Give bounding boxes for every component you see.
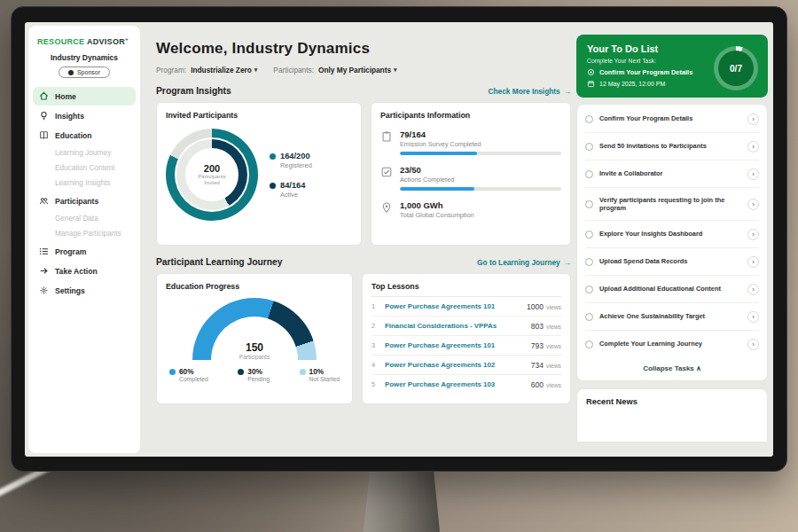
sidebar-item-learning-journey[interactable]: Learning Journey	[28, 145, 140, 160]
task-row[interactable]: Complete Your Learning Journey ›	[585, 331, 759, 357]
task-row[interactable]: Upload Spend Data Records ›	[585, 248, 759, 276]
collapse-tasks-link[interactable]: Collapse Tasks ∧	[585, 357, 759, 379]
info-row-actions: 23/50 Actions Completed	[380, 165, 561, 191]
sidebar-item-label: Insights	[55, 112, 84, 121]
chevron-down-icon: ▾	[394, 66, 397, 74]
participants-dropdown-value: Only My Participants	[318, 66, 391, 74]
chevron-right-icon[interactable]: ›	[747, 339, 759, 350]
task-checkbox[interactable]	[585, 286, 593, 293]
gauge-value: 150	[192, 341, 317, 354]
task-row[interactable]: Verify participants requesting to join t…	[585, 188, 759, 221]
sidebar-item-general-data[interactable]: General Data	[28, 211, 140, 226]
sidebar-item-education-content[interactable]: Education Content	[28, 160, 140, 176]
sidebar-item-settings[interactable]: Settings	[33, 281, 136, 300]
chevron-right-icon[interactable]: ›	[747, 284, 759, 295]
bulb-icon	[39, 111, 49, 121]
participants-information-card: Participants Information 79/164 Emission…	[371, 102, 571, 246]
chevron-right-icon[interactable]: ›	[747, 311, 759, 323]
legend-label: Completed	[179, 376, 208, 382]
chevron-right-icon[interactable]: ›	[747, 256, 759, 268]
card-title: Invited Participants	[166, 111, 352, 120]
legend-dot-navy	[238, 369, 244, 375]
legend-dot-lightblue	[300, 369, 306, 375]
program-filter-label: Program:	[156, 66, 186, 74]
card-title: Top Lessons	[372, 282, 561, 297]
lesson-title-link[interactable]: Power Purchase Agreements 102	[385, 361, 525, 369]
participants-dropdown[interactable]: Only My Participants ▾	[318, 66, 397, 74]
recent-news-title: Recent News	[586, 397, 758, 406]
task-checkbox[interactable]	[585, 231, 593, 239]
legend-dot-blue	[169, 369, 176, 375]
sidebar: RESOURCE ADVISOR+ Industry Dynamics Spon…	[28, 26, 140, 453]
lesson-title-link[interactable]: Power Purchase Agreements 103	[385, 380, 525, 388]
task-row[interactable]: Upload Additional Educational Content ›	[585, 276, 759, 303]
sponsor-icon	[68, 70, 74, 75]
task-checkbox[interactable]	[585, 258, 593, 266]
sidebar-item-program[interactable]: Program	[33, 242, 136, 261]
sidebar-subitem-label: General Data	[55, 215, 98, 223]
sidebar-item-participants[interactable]: Participants	[33, 192, 136, 210]
task-label: Send 50 Invitations to Participants	[599, 142, 741, 151]
task-row[interactable]: Explore Your Insights Dashboard ›	[585, 221, 759, 248]
legend-label: Pending	[247, 376, 270, 382]
lesson-rank: 4	[372, 361, 379, 369]
sidebar-subitem-label: Learning Insights	[55, 179, 110, 187]
lesson-title-link[interactable]: Power Purchase Agreements 101	[385, 341, 525, 349]
home-icon	[39, 91, 49, 101]
org-name: Industry Dynamics	[28, 53, 140, 62]
lesson-views-word: views	[546, 343, 561, 349]
task-checkbox[interactable]	[585, 170, 593, 178]
chevron-right-icon[interactable]: ›	[747, 229, 759, 240]
program-dropdown[interactable]: Industrialize Zero ▾	[191, 66, 257, 74]
legend-item-completed: 60% Completed	[169, 367, 208, 382]
sidebar-item-take-action[interactable]: Take Action	[33, 262, 136, 280]
recent-news-card: Recent News	[576, 388, 768, 442]
lesson-rank: 2	[372, 322, 379, 330]
legend-item-active: 84/164 Active	[270, 181, 312, 199]
sponsor-badge[interactable]: Sponsor	[59, 66, 110, 78]
learning-journey-header: Participant Learning Journey Go to Learn…	[156, 257, 571, 267]
info-row-survey: 79/164 Emission Survey Completed	[380, 129, 561, 155]
chevron-right-icon[interactable]: ›	[747, 141, 759, 153]
chevron-right-icon[interactable]: ›	[747, 199, 759, 210]
task-checkbox[interactable]	[585, 313, 593, 321]
lesson-row: 4 Power Purchase Agreements 102 734views	[372, 356, 561, 375]
program-dropdown-value: Industrialize Zero	[191, 66, 252, 74]
sidebar-item-home[interactable]: Home	[33, 87, 136, 106]
sidebar-item-learning-insights[interactable]: Learning Insights	[28, 176, 140, 191]
check-more-insights-link[interactable]: Check More Insights →	[489, 87, 571, 96]
task-checkbox[interactable]	[585, 143, 593, 151]
task-checkbox[interactable]	[585, 115, 593, 123]
lesson-row: 5 Power Purchase Agreements 103 600views	[372, 375, 561, 394]
card-title: Participants Information	[380, 111, 561, 120]
legend-value: 60%	[179, 367, 208, 376]
task-checkbox[interactable]	[585, 340, 593, 348]
sidebar-item-label: Program	[55, 247, 86, 256]
todo-progress-ring: 0/7	[714, 46, 758, 90]
lesson-title-link[interactable]: Power Purchase Agreements 101	[385, 302, 520, 310]
task-row[interactable]: Send 50 Invitations to Participants ›	[585, 133, 759, 160]
chevron-right-icon[interactable]: ›	[747, 168, 759, 180]
go-to-learning-journey-link[interactable]: Go to Learning Journey →	[477, 258, 571, 267]
sidebar-item-education[interactable]: Education	[33, 126, 136, 145]
lesson-title-link[interactable]: Financial Considerations - VPPAs	[385, 322, 525, 330]
lesson-row: 3 Power Purchase Agreements 101 793views	[372, 336, 561, 356]
info-value: 23/50	[400, 165, 561, 175]
todo-next-task-label: Confirm Your Program Details	[599, 68, 692, 76]
task-checkbox[interactable]	[585, 200, 593, 208]
info-row-consumption: 1,000 GWh Total Global Consumption	[380, 200, 561, 219]
sidebar-item-insights[interactable]: Insights	[33, 106, 136, 125]
checklist-icon	[380, 166, 393, 178]
task-row[interactable]: Achieve One Sustainability Target ›	[585, 303, 759, 331]
link-label: Go to Learning Journey	[477, 258, 560, 267]
task-row[interactable]: Invite a Collaborator ›	[585, 160, 759, 188]
monitor-bezel: RESOURCE ADVISOR+ Industry Dynamics Spon…	[11, 6, 787, 472]
sidebar-item-manage-participants[interactable]: Manage Participants	[28, 226, 140, 241]
donut-center-value: 200	[204, 163, 220, 174]
sidebar-item-label: Settings	[55, 286, 85, 295]
legend-item-not-started: 10% Not Started	[300, 367, 340, 382]
chevron-right-icon[interactable]: ›	[747, 113, 759, 125]
legend-label: Active	[280, 191, 305, 199]
task-row[interactable]: Confirm Your Program Details ›	[585, 106, 759, 133]
legend-label: Registered	[280, 161, 312, 169]
